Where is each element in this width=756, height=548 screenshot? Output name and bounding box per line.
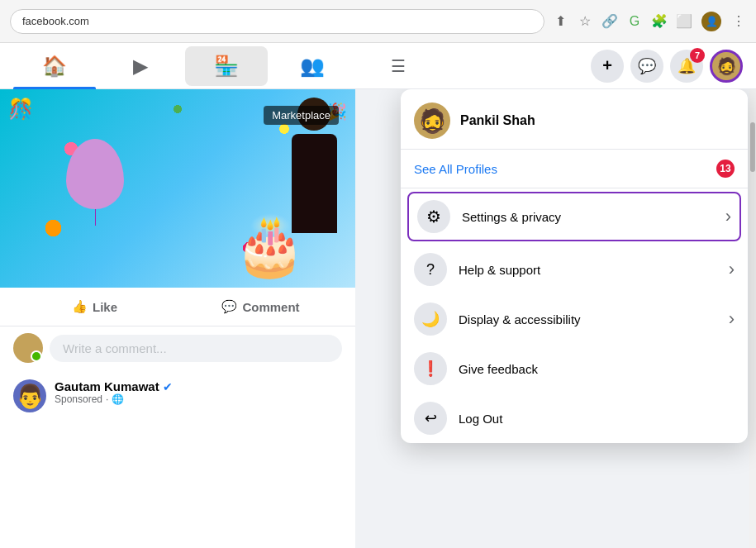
menu-icon-settings: ⚙ (417, 200, 450, 233)
commenter-avatar (13, 333, 43, 363)
browser-more-icon[interactable]: ⋮ (731, 14, 746, 29)
nav-marketplace[interactable]: 🏪 (185, 46, 268, 86)
marketplace-tag: Marketplace (264, 106, 339, 125)
verified-icon: ✔ (163, 380, 173, 393)
browser-profile-avatar[interactable]: 👤 (701, 12, 721, 31)
notifications-button[interactable]: 🔔 7 (670, 50, 703, 83)
menu-chevron-help: › (729, 259, 735, 280)
menu-label-logout: Log Out (459, 412, 735, 426)
share-icon[interactable]: ⬆ (553, 14, 568, 29)
dropdown-profile-row[interactable]: 🧔 Pankil Shah (401, 89, 748, 150)
balloon-decoration (66, 139, 124, 209)
comment-input[interactable]: Write a comment... (50, 335, 342, 362)
dropdown-profile-name: Pankil Shah (460, 113, 535, 128)
nav-right-actions: + 💬 🔔 7 🧔 (591, 50, 743, 83)
bookmark-icon[interactable]: ☆ (578, 14, 592, 29)
url-text: facebook.com (22, 15, 89, 27)
marketplace-icon: 🏪 (214, 55, 239, 78)
thumbs-up-icon: 👍 (72, 299, 88, 314)
post-card: 🎂 🎊 🎉 Marketplace 👍 Like 💬 Comment Wri (0, 89, 355, 548)
scrollbar[interactable] (749, 89, 756, 548)
like-button[interactable]: 👍 Like (13, 294, 176, 319)
menu-icon-feedback: ❗ (414, 352, 447, 385)
person-in-image (285, 98, 343, 279)
sponsor-name-row: Gautam Kumawat ✔ (55, 379, 173, 393)
sponsor-info: Gautam Kumawat ✔ Sponsored · 🌐 (55, 379, 173, 405)
notification-badge: 7 (690, 48, 705, 63)
extension-icon-1[interactable]: G (627, 14, 642, 29)
menu-icon-logout: ↩ (414, 402, 447, 435)
menu-icon: ☰ (391, 56, 406, 76)
globe-icon: 🌐 (112, 393, 124, 405)
like-label: Like (93, 300, 117, 314)
split-view-icon[interactable]: ⬜ (677, 14, 692, 29)
comment-area: Write a comment... (0, 326, 355, 369)
menu-icon-help: ? (414, 253, 447, 286)
dropdown-menu-items: ⚙Settings & privacy›?Help & support›🌙Dis… (401, 192, 748, 443)
menu-item-feedback[interactable]: ❗Give feedback (401, 344, 748, 393)
account-dropdown: 🧔 Pankil Shah See All Profiles 13 ⚙Setti… (401, 89, 748, 443)
see-all-profiles-link[interactable]: See All Profiles (414, 162, 497, 176)
menu-item-settings[interactable]: ⚙Settings & privacy› (407, 192, 741, 241)
browser-url-bar[interactable]: facebook.com (10, 9, 544, 34)
sponsor-avatar: 👨 (13, 379, 46, 412)
menu-item-help[interactable]: ?Help & support› (401, 245, 748, 294)
confetti-left: 🎊 (8, 98, 33, 121)
menu-chevron-settings: › (725, 206, 731, 227)
nav-home[interactable]: 🏠 (13, 46, 96, 86)
scrollbar-thumb[interactable] (750, 122, 755, 172)
nav-menu[interactable]: ☰ (357, 46, 440, 86)
post-image: 🎂 🎊 🎉 Marketplace (0, 89, 355, 288)
browser-icons: ⬆ ☆ 🔗 G 🧩 ⬜ 👤 ⋮ (553, 12, 746, 31)
messenger-icon: 💬 (638, 57, 656, 75)
see-all-badge: 13 (716, 160, 735, 178)
facebook-navbar: 🏠 ▶ 🏪 👥 ☰ + 💬 🔔 7 🧔 (0, 43, 756, 89)
extensions-icon[interactable]: 🧩 (652, 14, 667, 29)
home-icon: 🏠 (42, 55, 67, 78)
groups-icon: 👥 (300, 55, 325, 78)
messenger-button[interactable]: 💬 (630, 50, 663, 83)
sponsored-post: 👨 Gautam Kumawat ✔ Sponsored · 🌐 (0, 369, 355, 422)
link-icon[interactable]: 🔗 (602, 14, 617, 29)
comment-icon: 💬 (221, 299, 237, 314)
main-content: 🎂 🎊 🎉 Marketplace 👍 Like 💬 Comment Wri (0, 89, 756, 548)
profile-avatar-button[interactable]: 🧔 (710, 50, 743, 83)
nav-groups[interactable]: 👥 (271, 46, 354, 86)
dropdown-avatar: 🧔 (414, 102, 450, 139)
sponsored-text: Sponsored (55, 393, 102, 405)
menu-item-display[interactable]: 🌙Display & accessibility› (401, 294, 748, 344)
menu-label-display: Display & accessibility (459, 312, 717, 326)
comment-button[interactable]: 💬 Comment (179, 294, 342, 319)
menu-chevron-display: › (729, 308, 735, 330)
menu-item-logout[interactable]: ↩Log Out (401, 393, 748, 443)
sponsor-name: Gautam Kumawat (55, 379, 159, 393)
see-all-profiles-row[interactable]: See All Profiles 13 (401, 150, 748, 188)
video-icon: ▶ (133, 55, 148, 78)
browser-bar: facebook.com ⬆ ☆ 🔗 G 🧩 ⬜ 👤 ⋮ (0, 0, 756, 43)
menu-label-feedback: Give feedback (459, 362, 735, 376)
menu-label-settings: Settings & privacy (462, 210, 714, 224)
menu-icon-display: 🌙 (414, 303, 447, 336)
sponsor-meta: Sponsored · 🌐 (55, 393, 173, 405)
post-actions-bar: 👍 Like 💬 Comment (0, 288, 355, 326)
plus-icon: + (602, 56, 612, 75)
create-plus-button[interactable]: + (591, 50, 624, 83)
nav-video[interactable]: ▶ (99, 46, 182, 86)
comment-label: Comment (242, 300, 299, 314)
menu-label-help: Help & support (459, 263, 717, 277)
